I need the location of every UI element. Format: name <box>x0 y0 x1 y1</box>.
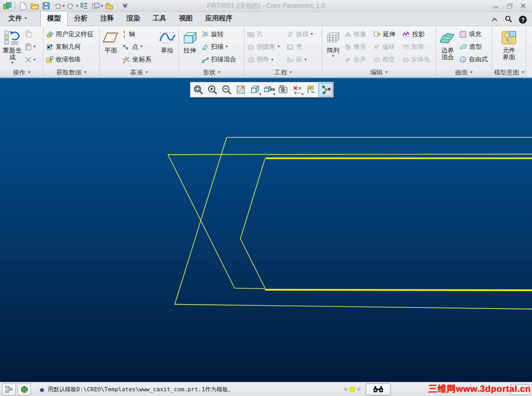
paste-button[interactable]: ▾ <box>25 41 40 52</box>
save-button[interactable] <box>40 1 51 10</box>
close-icon[interactable] <box>519 3 527 9</box>
group-label-editing[interactable]: 编辑▾ <box>322 68 435 77</box>
search-icon[interactable] <box>505 15 512 24</box>
csys-icon <box>122 56 130 63</box>
style-button[interactable]: 造型 <box>460 41 489 52</box>
tab-analysis[interactable]: 分析 <box>68 12 94 26</box>
copy-geometry-button[interactable]: 复制几何 <box>46 41 97 52</box>
sweep-button[interactable]: 扫描 ▾ <box>201 41 241 52</box>
group-label-surfaces[interactable]: 曲面▾ <box>436 68 492 77</box>
thicken-icon <box>402 44 409 50</box>
draft-button[interactable]: 拔模 ▾ <box>286 29 319 39</box>
pattern-button[interactable]: 阵列 ▾ <box>324 27 343 67</box>
window-switch-button[interactable] <box>90 1 101 10</box>
group-label-model-intent[interactable]: 模型意图▾ <box>492 68 526 77</box>
intersect-button[interactable]: 相交 <box>374 55 399 65</box>
rib-icon <box>286 56 294 63</box>
point-icon <box>122 44 130 50</box>
window-controls <box>492 3 532 9</box>
zoom-out-button[interactable] <box>219 83 233 97</box>
group-label-shapes[interactable]: 形状▾ <box>179 68 244 77</box>
spin-center-button[interactable] <box>318 83 333 97</box>
solidify-button[interactable]: 实体化 <box>402 55 433 65</box>
message-log-dots[interactable] <box>344 387 360 392</box>
find-button[interactable] <box>366 383 391 395</box>
repaint-button[interactable] <box>233 83 248 97</box>
graphics-area[interactable]: AB Z <box>0 78 532 382</box>
trim-button[interactable]: 修剪 <box>345 41 370 52</box>
merge-button[interactable]: 合并 <box>345 55 370 65</box>
redo-dropdown-icon[interactable]: ▾ <box>76 3 79 8</box>
group-label-operate[interactable]: 操作▾ <box>0 68 43 77</box>
point-button[interactable]: 点 ▾ <box>122 41 155 52</box>
display-style-button[interactable] <box>248 83 262 97</box>
status-message-text: 用默认模板D:\CREO\Templates\www_caxit_com.prt… <box>48 386 234 393</box>
extrude-button[interactable]: 拉伸 <box>180 27 199 67</box>
close-window-button[interactable] <box>104 1 115 10</box>
regenerate-button[interactable]: 重新生成 ▾ <box>2 27 23 67</box>
redo-button[interactable] <box>66 1 77 10</box>
refit-button[interactable] <box>191 83 205 97</box>
copy-button[interactable] <box>25 29 40 39</box>
component-interface-button[interactable]: 元件界面 <box>496 27 522 67</box>
offset-button[interactable]: 偏移 <box>374 41 399 52</box>
view-manager-button[interactable] <box>276 83 290 97</box>
wireframe-svg <box>0 78 532 382</box>
extend-button[interactable]: 延伸 <box>374 29 399 39</box>
mirror-button[interactable]: 镜像 <box>345 29 370 39</box>
saved-orientations-button[interactable]: AB <box>262 83 276 97</box>
group-label-datum[interactable]: 基准▾ <box>100 68 178 77</box>
group-label-get-data[interactable]: 获取数据▾ <box>44 68 99 77</box>
revolve-button[interactable]: 旋转 <box>201 29 241 39</box>
shell-button[interactable]: 壳 <box>286 41 319 52</box>
customize-toolbar-icon[interactable] <box>120 1 131 10</box>
boundary-blend-icon <box>439 28 456 47</box>
model-tree-toggle-button[interactable] <box>2 383 16 395</box>
hole-button[interactable]: 孔 <box>247 29 283 39</box>
minimize-icon[interactable] <box>492 3 499 9</box>
swept-blend-icon <box>201 56 209 63</box>
chevron-down-icon: ▾ <box>278 45 280 49</box>
pattern-icon <box>325 28 341 47</box>
csys-button[interactable]: 坐标系 <box>122 55 155 65</box>
undo-button[interactable] <box>52 1 63 10</box>
project-button[interactable]: 投影 <box>402 29 433 39</box>
fill-button[interactable]: 填充 <box>460 29 489 39</box>
tab-model[interactable]: 模型 <box>40 11 68 26</box>
shrinkwrap-button[interactable]: 收缩包络 <box>46 55 97 65</box>
round-button[interactable]: 倒圆角 ▾ <box>247 41 283 52</box>
regenerate-quick-button[interactable] <box>79 1 90 10</box>
open-file-button[interactable] <box>29 1 40 10</box>
thicken-button[interactable]: 加厚 <box>402 41 433 52</box>
udf-button[interactable]: 用户定义特征 <box>46 29 97 39</box>
project-icon <box>402 31 410 37</box>
tab-file[interactable]: 文件 ▾ <box>2 12 33 26</box>
boundary-blend-button[interactable]: 边界混合 <box>438 27 457 67</box>
tab-view[interactable]: 视图 <box>173 12 199 26</box>
chamfer-button[interactable]: 倒角 ▾ <box>247 55 283 65</box>
window-dropdown-icon[interactable]: ▾ <box>101 3 103 8</box>
tab-tools[interactable]: 工具 <box>146 12 173 26</box>
tab-applications[interactable]: 应用程序 <box>199 12 239 26</box>
sketch-button[interactable]: 草绘 <box>158 27 177 67</box>
plane-button[interactable]: 平面 <box>101 27 120 67</box>
group-label-engineering[interactable]: 工程▾ <box>244 68 322 77</box>
rib-button[interactable]: 筋 ▾ <box>286 55 319 65</box>
datum-display-filters-button[interactable] <box>290 83 304 97</box>
tab-render[interactable]: 渲染 <box>120 12 146 26</box>
axis-button[interactable]: 轴 <box>122 29 155 39</box>
restore-icon[interactable] <box>506 3 513 9</box>
web-browser-toggle-button[interactable] <box>17 383 31 395</box>
undo-dropdown-icon[interactable]: ▾ <box>62 3 65 8</box>
shell-icon <box>286 44 294 50</box>
delete-button[interactable]: ▾ <box>25 55 40 65</box>
annotation-display-button[interactable]: Z <box>304 83 318 97</box>
new-file-button[interactable] <box>17 1 28 10</box>
zoom-in-button[interactable] <box>205 83 219 97</box>
tab-annotate[interactable]: 注释 <box>94 12 120 26</box>
help-icon[interactable]: ? <box>519 16 527 24</box>
freestyle-button[interactable]: 自由式 <box>460 55 489 65</box>
swept-blend-button[interactable]: 扫描混合 <box>201 55 241 65</box>
collapse-ribbon-icon[interactable] <box>491 16 498 24</box>
status-message: ● 用默认模板D:\CREO\Templates\www_caxit_com.p… <box>40 386 234 393</box>
